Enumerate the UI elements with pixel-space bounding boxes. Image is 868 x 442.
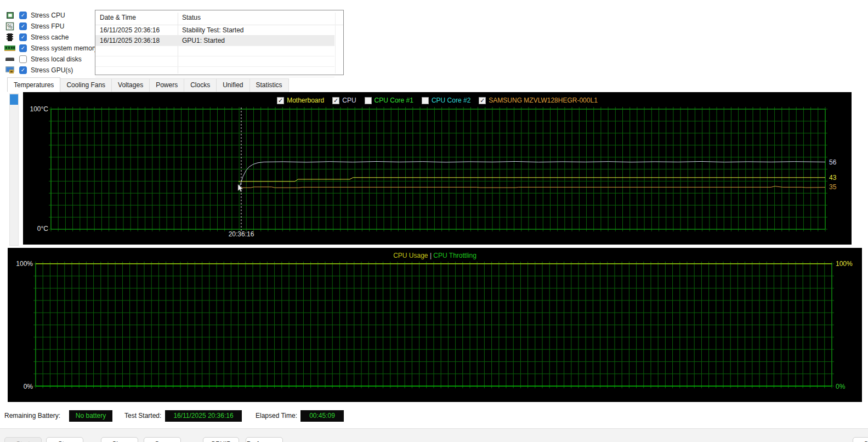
log-row[interactable]: 16/11/2025 20:36:18 GPU1: Started <box>95 35 334 46</box>
cpu-icon <box>4 11 15 20</box>
elapsed-time-label: Elapsed Time: <box>256 410 297 422</box>
stress-gpu-checkbox[interactable]: ✓ <box>19 66 27 74</box>
stress-memory-checkbox[interactable]: ✓ <box>19 44 27 52</box>
usage-chart-panel: CPU Usage | CPU Throttling 100% 0% 100% … <box>8 248 862 402</box>
test-started-label: Test Started: <box>124 410 161 422</box>
log-datetime: 16/11/2025 20:36:18 <box>100 37 160 44</box>
checkbox-icon[interactable] <box>422 97 429 104</box>
tab-powers[interactable]: Powers <box>150 78 184 92</box>
log-status: GPU1: Started <box>182 37 225 44</box>
stress-gpu-label: Stress GPU(s) <box>31 66 73 74</box>
legend-cpu-core-1[interactable]: CPU Core #1 <box>365 97 413 104</box>
disk-icon <box>4 55 15 64</box>
title-separator: | <box>430 252 432 259</box>
current-value-motherboard: 43 <box>829 174 836 182</box>
usage-y-min-label: 0% <box>8 383 33 390</box>
usage-y-max-label: 100% <box>8 260 33 268</box>
temperature-chart-panel: ✓ Motherboard ✓ CPU CPU Core #1 CPU Core… <box>23 92 852 245</box>
svg-text:%: % <box>8 24 13 30</box>
cpu-throttling-title: CPU Throttling <box>433 252 476 259</box>
stress-cache-checkbox[interactable]: ✓ <box>19 33 27 41</box>
legend-label: CPU Core #2 <box>432 97 470 104</box>
legend-motherboard[interactable]: ✓ Motherboard <box>277 97 324 104</box>
chart-scrollbar[interactable] <box>9 93 19 246</box>
clear-button[interactable]: Clear <box>101 437 138 442</box>
tab-clocks[interactable]: Clocks <box>184 78 217 92</box>
y-axis-max-label: 100°C <box>23 105 48 113</box>
checkbox-icon[interactable]: ✓ <box>277 97 284 104</box>
stress-cache-option: ✓ Stress cache <box>4 32 69 43</box>
close-button[interactable]: Close <box>853 437 868 442</box>
stop-button[interactable]: Stop <box>46 437 83 442</box>
legend-label: Motherboard <box>287 97 324 104</box>
current-value-cpu: 56 <box>829 158 836 166</box>
gpu-icon <box>4 66 15 75</box>
memory-icon <box>4 44 15 53</box>
cache-icon <box>4 33 15 42</box>
column-divider <box>335 13 336 73</box>
checkbox-icon[interactable]: ✓ <box>332 97 339 104</box>
log-row-empty <box>95 46 334 56</box>
tab-cooling-fans[interactable]: Cooling Fans <box>60 78 112 92</box>
battery-value: No battery <box>69 410 112 422</box>
elapsed-time-value: 00:45:09 <box>300 410 344 422</box>
save-button[interactable]: Save <box>144 437 181 442</box>
tab-statistics[interactable]: Statistics <box>250 78 289 92</box>
legend-samsung-ssd[interactable]: ✓ SAMSUNG MZVLW128HEGR-000L1 <box>479 97 598 104</box>
log-row-empty <box>95 56 334 67</box>
fpu-icon: % <box>4 22 15 31</box>
stress-fpu-label: Stress FPU <box>31 22 64 30</box>
stress-disks-label: Stress local disks <box>31 55 82 63</box>
event-log-table: Date & Time Status 16/11/2025 20:36:16 S… <box>95 10 344 75</box>
tab-unified[interactable]: Unified <box>217 78 249 92</box>
cpu-usage-title: CPU Usage <box>393 252 428 259</box>
checkbox-icon[interactable] <box>365 97 372 104</box>
chart-legend: ✓ Motherboard ✓ CPU CPU Core #1 CPU Core… <box>23 97 852 104</box>
current-value-ssd: 35 <box>829 183 836 191</box>
start-button[interactable]: Start <box>4 437 42 442</box>
usage-current-value: 100% <box>836 260 853 268</box>
column-status[interactable]: Status <box>182 14 201 21</box>
stress-cache-label: Stress cache <box>31 33 69 41</box>
log-table-header: Date & Time Status <box>95 10 343 25</box>
gpuid-button[interactable]: GPUID <box>203 437 239 442</box>
y-axis-min-label: 0°C <box>23 225 48 233</box>
column-date-time[interactable]: Date & Time <box>100 14 136 21</box>
log-datetime: 16/11/2025 20:36:16 <box>100 26 160 34</box>
test-started-value: 16/11/2025 20:36:16 <box>165 410 242 422</box>
legend-label: CPU Core #1 <box>375 97 413 104</box>
legend-label: CPU <box>342 97 356 104</box>
throttling-current-value: 0% <box>836 383 845 390</box>
tab-voltages[interactable]: Voltages <box>112 78 150 92</box>
usage-chart <box>32 260 835 389</box>
stress-fpu-checkbox[interactable]: ✓ <box>19 22 27 30</box>
stress-memory-option: ✓ Stress system memory <box>4 43 98 54</box>
tab-temperatures[interactable]: Temperatures <box>7 77 60 92</box>
time-marker-label: 20:36:16 <box>229 230 254 238</box>
log-row-empty <box>95 66 334 77</box>
log-status: Stability Test: Started <box>182 26 244 34</box>
stress-cpu-option: ✓ Stress CPU <box>4 10 65 21</box>
stress-disks-checkbox[interactable] <box>19 55 27 63</box>
stress-memory-label: Stress system memory <box>31 44 98 52</box>
battery-label: Remaining Battery: <box>4 410 60 422</box>
checkbox-icon[interactable]: ✓ <box>479 97 486 104</box>
temperature-chart <box>48 106 829 233</box>
legend-cpu-core-2[interactable]: CPU Core #2 <box>422 97 470 104</box>
scrollbar-thumb[interactable] <box>10 94 18 105</box>
stress-gpu-option: ✓ Stress GPU(s) <box>4 65 73 76</box>
mouse-cursor <box>237 184 244 193</box>
stress-cpu-label: Stress CPU <box>31 12 65 19</box>
aida64-stability-test-window: { "stress_options": { "items": [ {"label… <box>0 0 868 442</box>
log-row[interactable]: 16/11/2025 20:36:16 Stability Test: Star… <box>95 25 334 36</box>
stress-disks-option: Stress local disks <box>4 54 82 65</box>
stress-cpu-checkbox[interactable]: ✓ <box>19 12 27 19</box>
preferences-button[interactable]: Preferences <box>246 437 283 442</box>
legend-cpu[interactable]: ✓ CPU <box>332 97 356 104</box>
usage-chart-title: CPU Usage | CPU Throttling <box>8 252 862 259</box>
legend-label: SAMSUNG MZVLW128HEGR-000L1 <box>489 97 598 104</box>
stress-fpu-option: % ✓ Stress FPU <box>4 21 64 32</box>
chart-tabs: Temperatures Cooling Fans Voltages Power… <box>8 80 289 92</box>
